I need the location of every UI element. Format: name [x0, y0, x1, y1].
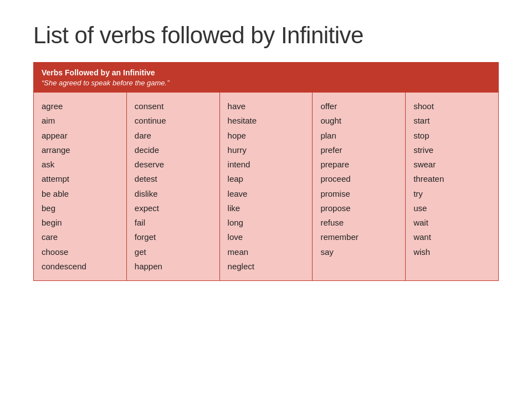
table-col-0: agreeaimappeararrangeaskattemptbe ablebe…	[34, 93, 127, 280]
table-cell-word: forget	[135, 230, 212, 244]
table-cell-word: dare	[135, 129, 212, 143]
table-col-1: consentcontinuedaredecidedeservedetestdi…	[127, 93, 220, 280]
table-cell-word: aim	[42, 114, 119, 128]
table-cell-word: use	[413, 201, 490, 216]
table-cell-word: love	[228, 230, 305, 244]
table-cell-word: ask	[42, 157, 119, 172]
table-cell-word: prefer	[320, 143, 397, 157]
table-cell-word: deserve	[135, 157, 212, 172]
table-body: agreeaimappeararrangeaskattemptbe ablebe…	[34, 93, 498, 280]
table-cell-word: swear	[413, 157, 490, 172]
table-cell-word: appear	[42, 129, 119, 143]
table-cell-word: like	[228, 201, 305, 216]
table-cell-word: condescend	[42, 259, 119, 274]
table-cell-word: stop	[413, 129, 490, 143]
table-cell-word: detest	[135, 172, 212, 186]
table-cell-word: refuse	[320, 216, 397, 230]
table-cell-word: fail	[135, 216, 212, 230]
table-cell-word: long	[228, 216, 305, 230]
table-cell-word: shoot	[413, 99, 490, 114]
header-title: Verbs Followed by an Infinitive	[42, 68, 490, 77]
table-cell-word: happen	[135, 259, 212, 274]
table-cell-word: wish	[413, 245, 490, 259]
page: List of verbs followed by Infinitive Ver…	[0, 0, 532, 399]
table-cell-word: continue	[135, 114, 212, 128]
table-cell-word: get	[135, 245, 212, 259]
table-cell-word: prepare	[320, 157, 397, 172]
table-cell-word: leave	[228, 187, 305, 201]
table-cell-word: have	[228, 99, 305, 114]
table-cell-word: beg	[42, 201, 119, 216]
table-cell-word: offer	[320, 99, 397, 114]
table-cell-word: wait	[413, 216, 490, 230]
table-col-2: havehesitatehopehurryintendleapleavelike…	[220, 93, 313, 280]
table-cell-word: try	[413, 187, 490, 201]
table-cell-word: expect	[135, 201, 212, 216]
table-cell-word: care	[42, 230, 119, 244]
table-cell-word: agree	[42, 99, 119, 114]
table-cell-word: attempt	[42, 172, 119, 186]
table-cell-word: mean	[228, 245, 305, 259]
table-col-4: shootstartstopstriveswearthreatentryusew…	[406, 93, 498, 280]
table-cell-word: proceed	[320, 172, 397, 186]
table-cell-word: threaten	[413, 172, 490, 186]
table-cell-word: plan	[320, 129, 397, 143]
table-cell-word: consent	[135, 99, 212, 114]
table-cell-word: hope	[228, 129, 305, 143]
table-cell-word: hesitate	[228, 114, 305, 128]
table-cell-word: hurry	[228, 143, 305, 157]
page-title: List of verbs followed by Infinitive	[33, 22, 499, 49]
header-example: “She agreed to speak before the game.”	[42, 79, 170, 87]
table-cell-word: be able	[42, 187, 119, 201]
table-cell-word: ought	[320, 114, 397, 128]
table-col-3: offeroughtplanpreferprepareproceedpromis…	[313, 93, 406, 280]
table-cell-word: dislike	[135, 187, 212, 201]
table-cell-word: decide	[135, 143, 212, 157]
table-cell-word: want	[413, 230, 490, 244]
table-cell-word: arrange	[42, 143, 119, 157]
table-cell-word: start	[413, 114, 490, 128]
table-cell-word: begin	[42, 216, 119, 230]
table-cell-word: intend	[228, 157, 305, 172]
table-cell-word: strive	[413, 143, 490, 157]
table-cell-word: say	[320, 245, 397, 259]
table-cell-word: promise	[320, 187, 397, 201]
table-cell-word: remember	[320, 230, 397, 244]
table-cell-word: neglect	[228, 259, 305, 274]
table-header: Verbs Followed by an Infinitive “She agr…	[34, 63, 498, 93]
verb-table: Verbs Followed by an Infinitive “She agr…	[33, 62, 499, 281]
table-cell-word: propose	[320, 201, 397, 216]
table-cell-word: leap	[228, 172, 305, 186]
table-cell-word: choose	[42, 245, 119, 259]
